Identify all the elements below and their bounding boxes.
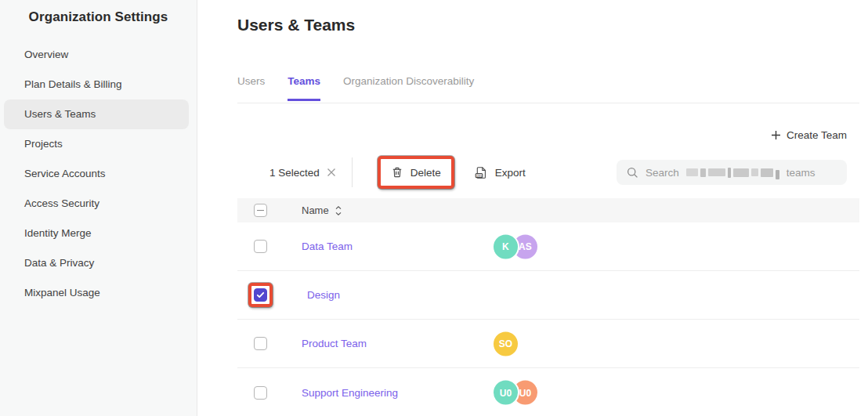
search-placeholder-prefix: Search (646, 167, 679, 179)
sidebar-title: Organization Settings (0, 0, 197, 25)
row-checkbox[interactable] (254, 240, 267, 253)
trash-icon (391, 166, 403, 179)
avatar: U0 (494, 381, 518, 405)
select-all-checkbox[interactable] (254, 204, 267, 217)
export-label: Export (495, 167, 526, 179)
name-column-header[interactable]: Name (302, 204, 342, 216)
tabs-divider (237, 103, 859, 103)
main-content: Users & Teams Users Teams Organization D… (197, 0, 868, 416)
sidebar-nav: OverviewPlan Details & BillingUsers & Te… (0, 40, 197, 308)
teams-table: Name Data Team KAS Design (237, 198, 859, 416)
delete-button[interactable]: Delete (381, 159, 451, 186)
sidebar: Organization Settings OverviewPlan Detai… (0, 0, 197, 416)
sidebar-item-plan-details-billing[interactable]: Plan Details & Billing (0, 70, 197, 99)
team-name-link[interactable]: Product Team (302, 338, 367, 349)
annotation-box (254, 240, 267, 253)
indeterminate-dash-icon (257, 210, 264, 212)
table-row: Design (237, 271, 859, 320)
row-checkbox[interactable] (254, 288, 267, 302)
selection-indicator: 1 Selected (269, 167, 336, 179)
annotation-box (254, 386, 267, 400)
svg-text:csv: csv (476, 173, 483, 177)
sidebar-item-service-accounts[interactable]: Service Accounts (0, 159, 197, 189)
sidebar-item-mixpanel-usage[interactable]: Mixpanel Usage (0, 278, 197, 308)
annotation-box-delete: Delete (378, 156, 454, 189)
delete-label: Delete (410, 167, 441, 179)
annotation-box (248, 283, 273, 307)
tab-teams[interactable]: Teams (288, 75, 320, 101)
team-name-link[interactable]: Data Team (302, 241, 353, 252)
avatar: K (494, 234, 518, 259)
tab-organization-discoverability[interactable]: Organization Discoverability (343, 75, 474, 101)
tab-bar: Users Teams Organization Discoverability (237, 75, 474, 101)
sidebar-item-users-teams[interactable]: Users & Teams (4, 99, 189, 129)
sidebar-item-projects[interactable]: Projects (0, 129, 197, 159)
team-name-link[interactable]: Design (307, 289, 340, 301)
teams-table-body: Data Team KAS Design Product Team SO Sup… (237, 222, 859, 416)
bulk-action-toolbar: 1 Selected Delete (269, 155, 526, 190)
avatar: SO (494, 331, 518, 356)
row-checkbox[interactable] (254, 337, 267, 350)
table-row: Support Engineering U0U0 (237, 368, 859, 416)
avatar-stack: SO (494, 331, 518, 356)
plus-icon (771, 130, 781, 140)
selected-count-label: 1 Selected (269, 167, 320, 179)
team-name-link[interactable]: Support Engineering (302, 387, 398, 399)
annotation-box (254, 337, 267, 350)
sort-icon (335, 206, 342, 215)
avatar-stack: U0U0 (494, 381, 537, 405)
search-icon (627, 167, 638, 179)
table-row: Product Team SO (237, 320, 859, 368)
redacted-text (686, 166, 779, 179)
table-header-row: Name (237, 198, 859, 222)
create-team-label: Create Team (787, 129, 847, 141)
sidebar-item-access-security[interactable]: Access Security (0, 189, 197, 219)
export-button[interactable]: csv Export (475, 166, 526, 179)
csv-file-icon: csv (475, 166, 488, 179)
sidebar-item-identity-merge[interactable]: Identity Merge (0, 219, 197, 248)
sidebar-item-data-privacy[interactable]: Data & Privacy (0, 248, 197, 278)
tab-users[interactable]: Users (237, 75, 265, 101)
sidebar-item-overview[interactable]: Overview (0, 40, 197, 70)
create-team-button[interactable]: Create Team (771, 129, 847, 141)
clear-selection-icon[interactable] (327, 168, 336, 177)
row-checkbox[interactable] (254, 386, 267, 400)
table-row: Data Team KAS (237, 222, 859, 271)
toolbar-divider (352, 157, 353, 187)
avatar-stack: KAS (494, 234, 537, 259)
page-title: Users & Teams (237, 16, 355, 34)
search-placeholder-suffix: teams (787, 167, 816, 179)
search-input[interactable]: Search teams (617, 160, 847, 185)
